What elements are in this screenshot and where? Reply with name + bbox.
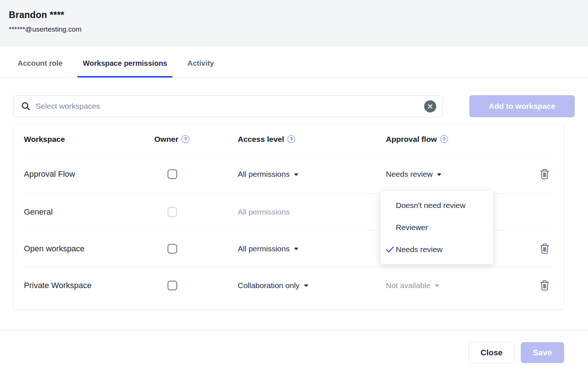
column-header-access-level: Access level ? (238, 135, 386, 144)
workspace-toolbar: Add to workspace (13, 95, 575, 117)
user-email: ******@usertesting.com (9, 25, 579, 33)
chevron-down-icon (294, 173, 298, 176)
approval-flow-select[interactable]: Needs review (386, 170, 441, 179)
workspace-name: Open workspace (24, 244, 154, 254)
trash-icon (539, 168, 550, 180)
menu-item-doesnt-need-review[interactable]: Doesn't need review (380, 194, 493, 216)
chevron-down-icon (294, 248, 298, 250)
tab-account-role[interactable]: Account role (12, 59, 68, 77)
user-name: Brandon **** (9, 10, 579, 20)
trash-icon (539, 280, 550, 291)
workspace-search-box[interactable] (13, 95, 442, 117)
help-icon[interactable]: ? (182, 135, 189, 143)
workspace-name: Private Workspace (24, 281, 154, 290)
search-icon (21, 101, 31, 111)
delete-workspace-button[interactable] (538, 167, 551, 182)
owner-checkbox-disabled (168, 207, 177, 217)
trash-icon (539, 243, 550, 255)
workspace-name: General (24, 207, 154, 217)
chevron-down-icon (304, 284, 308, 287)
menu-item-needs-review[interactable]: Needs review (380, 238, 493, 261)
help-icon[interactable]: ? (440, 135, 448, 143)
chevron-down-icon (435, 284, 439, 287)
tab-activity[interactable]: Activity (182, 59, 219, 77)
checkmark-icon (386, 246, 394, 253)
add-to-workspace-button[interactable]: Add to workspace (469, 95, 575, 117)
workspace-name: Approval Flow (24, 169, 154, 179)
access-level-select[interactable]: Collaboration only (238, 281, 308, 290)
tab-workspace-permissions[interactable]: Workspace permissions (78, 59, 172, 77)
close-icon (427, 104, 433, 109)
owner-checkbox[interactable] (168, 169, 177, 179)
menu-item-reviewer[interactable]: Reviewer (380, 216, 493, 238)
table-header-row: Workspace Owner ? Access level ? Approva… (24, 123, 553, 155)
user-header: Brandon **** ******@usertesting.com (0, 0, 588, 47)
help-icon[interactable]: ? (287, 135, 295, 143)
owner-checkbox[interactable] (168, 244, 177, 254)
access-level-select[interactable]: All permissions (238, 170, 298, 179)
tab-bar: Account role Workspace permissions Activ… (0, 59, 588, 78)
user-permissions-modal: Brandon **** ******@usertesting.com Acco… (0, 0, 588, 384)
column-header-owner: Owner ? (154, 135, 238, 144)
clear-search-button[interactable] (424, 100, 436, 112)
footer-divider (0, 330, 588, 330)
owner-checkbox[interactable] (168, 281, 177, 290)
column-header-approval-flow: Approval flow ? (386, 135, 535, 144)
table-row: Private Workspace Collaboration only Not… (24, 267, 553, 304)
access-level-select[interactable]: All permissions (238, 244, 298, 253)
close-button[interactable]: Close (469, 342, 514, 363)
table-row: Approval Flow All permissions Needs revi… (24, 155, 553, 193)
delete-workspace-button[interactable] (538, 241, 551, 256)
footer-actions: Close Save (469, 342, 564, 363)
access-level-readonly: All permissions (238, 208, 290, 216)
save-button[interactable]: Save (521, 342, 564, 363)
chevron-down-icon (437, 173, 441, 176)
search-input[interactable] (31, 102, 424, 111)
approval-flow-dropdown-menu: Doesn't need review Reviewer Needs revie… (380, 191, 493, 264)
approval-flow-select-disabled: Not available (386, 281, 439, 290)
delete-workspace-button[interactable] (538, 278, 551, 293)
column-header-workspace: Workspace (24, 135, 154, 144)
